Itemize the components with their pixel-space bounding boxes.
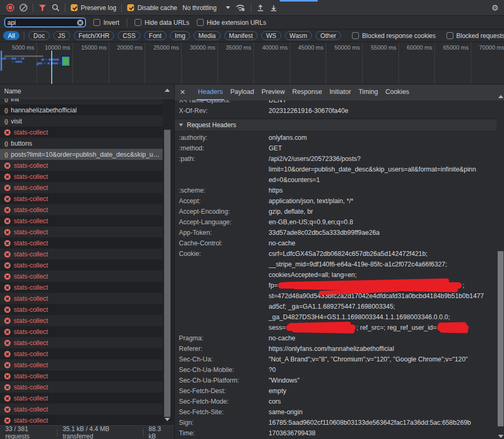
preserve-log-checkbox[interactable]: Preserve log bbox=[71, 4, 116, 12]
header-name: :authority: bbox=[179, 132, 269, 143]
request-row[interactable]: stats-collect bbox=[0, 182, 163, 193]
request-row[interactable]: stats-collect bbox=[0, 404, 163, 415]
request-row[interactable]: stats-collect bbox=[0, 370, 163, 381]
checkbox-checked-icon bbox=[71, 4, 78, 11]
request-row[interactable]: {}init bbox=[0, 99, 163, 104]
type-filter-pill-img[interactable]: Img bbox=[170, 31, 190, 40]
request-row[interactable]: stats-collect bbox=[0, 237, 163, 249]
tab-payload[interactable]: Payload bbox=[226, 84, 258, 100]
request-row[interactable]: stats-collect bbox=[0, 337, 163, 348]
scroll-up-icon[interactable] bbox=[498, 95, 503, 98]
waterfall-bar bbox=[41, 59, 44, 61]
request-row[interactable]: stats-collect bbox=[0, 304, 163, 315]
type-filter-pill-all[interactable]: All bbox=[3, 31, 20, 40]
error-icon bbox=[4, 196, 11, 202]
filter-toggle-icon[interactable] bbox=[39, 4, 46, 12]
error-icon bbox=[4, 329, 11, 335]
request-row[interactable]: stats-collect bbox=[0, 415, 163, 425]
header-value: same-origin bbox=[269, 407, 497, 417]
type-filter-pill-font[interactable]: Font bbox=[144, 31, 166, 40]
type-filter-pill-other[interactable]: Other bbox=[316, 31, 341, 40]
request-row[interactable]: stats-collect bbox=[0, 215, 163, 226]
header-row: Sec-Fetch-Mode:cors bbox=[175, 396, 497, 407]
request-row[interactable]: stats-collect bbox=[0, 226, 163, 237]
chevron-down-icon bbox=[226, 6, 230, 9]
request-row[interactable]: stats-collect bbox=[0, 260, 163, 271]
invert-checkbox[interactable]: Invert bbox=[93, 19, 119, 26]
scrollbar-thumb[interactable] bbox=[164, 130, 170, 417]
request-name: stats-collect bbox=[14, 173, 48, 180]
request-headers-rows: :authority:onlyfans.com:method:GET:path:… bbox=[175, 131, 497, 438]
filter-input[interactable] bbox=[5, 19, 73, 26]
request-row[interactable]: {}visit bbox=[0, 116, 163, 127]
name-column-header[interactable]: Name bbox=[0, 84, 174, 99]
header-name: Cookie: bbox=[179, 249, 269, 333]
request-row[interactable]: stats-collect bbox=[0, 315, 163, 326]
tab-initiator[interactable]: Initiator bbox=[326, 84, 355, 100]
import-har-icon[interactable] bbox=[256, 4, 264, 12]
request-headers-section[interactable]: Request Headers bbox=[175, 118, 497, 131]
tab-response[interactable]: Response bbox=[289, 84, 326, 100]
scrollbar-thumb[interactable] bbox=[498, 251, 503, 426]
type-filter-pill-js[interactable]: JS bbox=[53, 31, 70, 40]
header-value: 1703636799438 bbox=[269, 428, 497, 438]
type-filter-pill-ws[interactable]: WS bbox=[261, 31, 281, 40]
request-list-scrollbar[interactable] bbox=[164, 85, 171, 424]
tab-headers[interactable]: Headers bbox=[194, 84, 226, 100]
request-row[interactable]: {}hannahelizabethofficial bbox=[0, 104, 163, 116]
hide-data-urls-checkbox[interactable]: Hide data URLs bbox=[135, 19, 189, 26]
type-filter-pill-css[interactable]: CSS bbox=[118, 31, 140, 40]
disable-cache-checkbox[interactable]: Disable cache bbox=[127, 4, 177, 12]
scroll-down-icon[interactable] bbox=[498, 435, 503, 438]
hide-extension-urls-checkbox[interactable]: Hide extension URLs bbox=[197, 19, 267, 26]
request-row[interactable]: stats-collect bbox=[0, 171, 163, 182]
request-row[interactable]: stats-collect bbox=[0, 127, 163, 138]
search-icon[interactable] bbox=[52, 4, 60, 12]
timeline-overview[interactable]: 5000 ms10000 ms15000 ms20000 ms25000 ms3… bbox=[0, 42, 504, 84]
request-name: buttons bbox=[11, 140, 32, 147]
headers-content: X-Frame-Options:DENYX-Of-Rev:20231226191… bbox=[175, 100, 497, 439]
type-filter-pill-wasm[interactable]: Wasm bbox=[285, 31, 312, 40]
resource-type-pills: AllDocJSFetch/XHRCSSFontImgMediaManifest… bbox=[3, 31, 341, 40]
type-filter-pill-doc[interactable]: Doc bbox=[28, 31, 49, 40]
clear-requests-button[interactable] bbox=[20, 4, 27, 12]
type-filter-pill-manifest[interactable]: Manifest bbox=[224, 31, 258, 40]
type-filter-pill-media[interactable]: Media bbox=[194, 31, 221, 40]
overview-tick-label: 10000 ms bbox=[39, 44, 70, 51]
blocked-requests-checkbox[interactable]: Blocked requests bbox=[446, 32, 504, 40]
tab-cookies[interactable]: Cookies bbox=[382, 84, 413, 100]
tab-timing[interactable]: Timing bbox=[355, 84, 382, 100]
request-row[interactable]: stats-collect bbox=[0, 249, 163, 260]
scroll-up-icon[interactable] bbox=[165, 89, 170, 92]
network-conditions-icon[interactable] bbox=[235, 4, 245, 12]
blocked-response-cookies-checkbox[interactable]: Blocked response cookies bbox=[352, 32, 435, 40]
header-name: Sec-Ch-Ua-Mobile: bbox=[179, 365, 269, 375]
request-row[interactable]: {}posts?limit=10&order=publish_date_desc… bbox=[0, 149, 163, 160]
scroll-down-icon[interactable] bbox=[165, 418, 170, 421]
request-row[interactable]: {}buttons bbox=[0, 138, 163, 149]
type-filter-pill-fetch-xhr[interactable]: Fetch/XHR bbox=[74, 31, 115, 40]
clear-filter-icon[interactable] bbox=[77, 20, 83, 26]
settings-gear-icon[interactable]: ⚙ bbox=[492, 3, 499, 13]
request-row[interactable]: stats-collect bbox=[0, 160, 163, 171]
details-scrollbar[interactable] bbox=[497, 94, 504, 439]
waterfall-bar bbox=[59, 62, 61, 64]
tab-preview[interactable]: Preview bbox=[258, 84, 288, 100]
request-row[interactable]: stats-collect bbox=[0, 348, 163, 359]
export-har-icon[interactable] bbox=[270, 4, 278, 12]
close-details-icon[interactable]: × bbox=[180, 88, 185, 97]
request-row[interactable]: stats-collect bbox=[0, 204, 163, 215]
throttling-select[interactable]: No throttling bbox=[183, 4, 231, 12]
request-row[interactable]: stats-collect bbox=[0, 293, 163, 304]
record-button[interactable] bbox=[6, 4, 14, 12]
request-name: stats-collect bbox=[14, 195, 48, 203]
request-row[interactable]: stats-collect bbox=[0, 282, 163, 293]
request-row[interactable]: stats-collect bbox=[0, 271, 163, 282]
request-row[interactable]: stats-collect bbox=[0, 359, 163, 370]
request-row[interactable]: stats-collect bbox=[0, 193, 163, 204]
request-row[interactable]: stats-collect bbox=[0, 326, 163, 337]
error-icon bbox=[4, 362, 11, 368]
request-row[interactable]: stats-collect bbox=[0, 393, 163, 404]
request-row[interactable]: stats-collect bbox=[0, 381, 163, 393]
response-headers-rows: X-Frame-Options:DENYX-Of-Rev:20231226191… bbox=[175, 100, 497, 116]
